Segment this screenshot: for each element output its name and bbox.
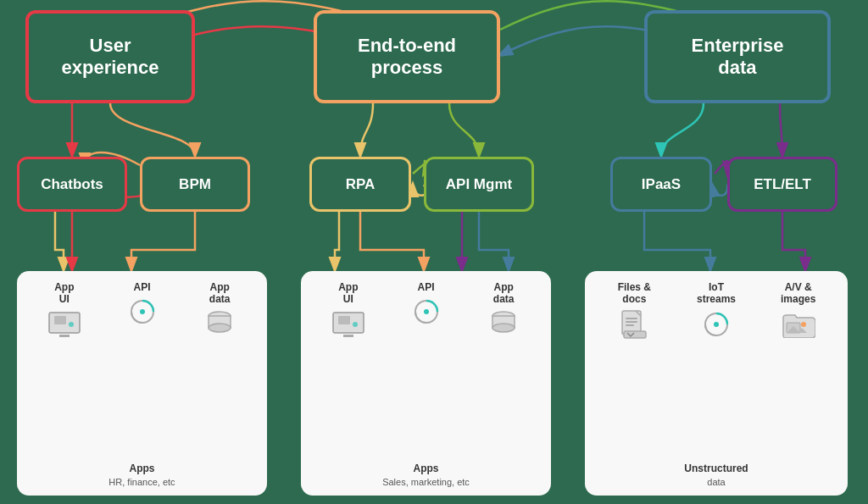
chatbots-label: Chatbots: [41, 176, 103, 193]
api-label-2: API: [418, 281, 435, 293]
panel-item-app-data-2: Appdata: [465, 281, 542, 340]
screen-icon-1: [46, 309, 83, 340]
panel-item-av-images: A/V &images: [757, 281, 839, 340]
box-e2e-label: End-to-end process: [358, 35, 456, 79]
box-rpa: RPA: [309, 157, 411, 212]
panel-item-files-docs: Files &docs: [593, 281, 676, 340]
panel-unstructured: Files &docs: [585, 271, 848, 496]
box-ipaas: IPaaS: [610, 157, 712, 212]
diagram-container: User experience End-to-end process Enter…: [0, 0, 868, 504]
api-label-1: API: [134, 281, 151, 293]
box-etl-elt: ETL/ELT: [727, 157, 837, 212]
svg-rect-3: [59, 335, 70, 337]
svg-point-28: [801, 322, 806, 327]
box-enterprise-data: Enterprise data: [644, 10, 831, 103]
cycle-icon-3: [698, 309, 735, 340]
iot-streams-label: IoTstreams: [697, 281, 736, 306]
svg-point-17: [492, 324, 515, 332]
box-enterprise-label: Enterprise data: [692, 35, 784, 79]
panel-item-app-data-1: Appdata: [181, 281, 259, 340]
svg-point-14: [424, 309, 429, 314]
svg-point-25: [714, 322, 719, 327]
box-ux-label: User experience: [62, 35, 159, 79]
svg-rect-10: [338, 316, 350, 324]
ipaas-label: IPaaS: [642, 176, 681, 193]
cycle-icon-1: [124, 296, 161, 327]
box-user-experience: User experience: [25, 10, 195, 103]
svg-rect-1: [54, 316, 66, 324]
doc-icon: [615, 309, 653, 340]
panel-item-app-ui-1: AppUI: [25, 281, 103, 340]
svg-rect-20: [626, 318, 637, 319]
panel-apps-sales: AppUI API: [301, 271, 551, 496]
app-ui-label-1: AppUI: [54, 281, 74, 306]
panel-item-iot-streams: IoTstreams: [676, 281, 758, 340]
bpm-label: BPM: [179, 176, 211, 193]
app-data-label-2: Appdata: [493, 281, 515, 306]
folder-icon: [780, 309, 817, 340]
box-chatbots: Chatbots: [17, 157, 127, 212]
box-end-to-end: End-to-end process: [314, 10, 500, 103]
database-icon-1: [201, 309, 238, 340]
box-bpm: BPM: [140, 157, 250, 212]
app-ui-label-2: AppUI: [338, 281, 358, 306]
svg-rect-22: [626, 324, 634, 326]
svg-point-11: [353, 322, 358, 327]
panel-item-app-ui-2: AppUI: [309, 281, 387, 340]
box-api-mgmt: API Mgmt: [424, 157, 534, 212]
apimgmt-label: API Mgmt: [446, 176, 512, 193]
panel-item-api-2: API: [387, 281, 465, 327]
svg-rect-23: [624, 331, 646, 338]
etlelt-label: ETL/ELT: [754, 176, 811, 193]
svg-rect-12: [343, 335, 353, 337]
panel-apps-hr: AppUI API: [17, 271, 267, 496]
panel-footer-apps2: Apps Sales, marketing, etc: [309, 458, 542, 489]
database-icon-2: [485, 309, 522, 340]
svg-point-2: [69, 322, 74, 327]
files-docs-label: Files &docs: [618, 281, 651, 306]
panel-item-api-1: API: [103, 281, 181, 327]
panel-footer-apps1: Apps HR, finance, etc: [25, 458, 259, 489]
cycle-icon-2: [408, 296, 445, 327]
svg-point-8: [209, 324, 231, 332]
svg-point-5: [140, 309, 145, 314]
panel-footer-unstructured: Unstructured data: [593, 458, 839, 489]
svg-rect-21: [626, 321, 637, 323]
screen-icon-2: [330, 309, 367, 340]
rpa-label: RPA: [346, 176, 376, 193]
av-images-label: A/V &images: [781, 281, 815, 306]
app-data-label-1: Appdata: [209, 281, 231, 306]
